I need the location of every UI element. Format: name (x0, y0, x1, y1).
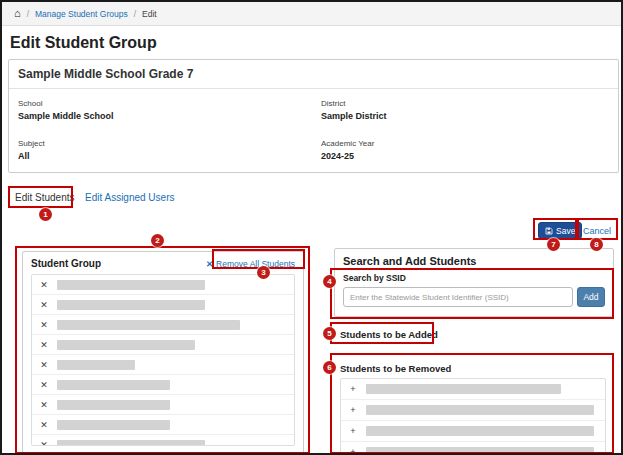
student-row: ✕ (32, 435, 294, 446)
group-name: Sample Middle School Grade 7 (9, 60, 618, 89)
field-academic-year: Academic Year 2024-25 (321, 139, 374, 161)
student-row: + (341, 400, 605, 421)
save-button[interactable]: Save (538, 222, 582, 239)
remove-student-icon[interactable]: ✕ (40, 420, 48, 430)
redacted-student-name (366, 405, 594, 415)
student-group-panel-title: Student Group (31, 258, 101, 269)
student-group-list: ✕✕✕✕✕✕✕✕✕✕ (31, 274, 295, 446)
annotation-badge-1: 1 (39, 208, 52, 221)
students-to-be-removed-list: ++++ (340, 378, 606, 455)
search-and-add-panel: Search and Add Students Search by SSID A… (334, 248, 614, 317)
remove-student-icon[interactable]: ✕ (40, 360, 48, 370)
student-row: ✕ (32, 315, 294, 335)
tab-edit-students[interactable]: Edit Students (15, 192, 74, 203)
student-row: ✕ (32, 335, 294, 355)
home-icon[interactable]: ⌂ (14, 8, 21, 19)
redacted-student-name (57, 400, 170, 410)
redacted-student-name (57, 420, 170, 430)
field-value: All (18, 151, 45, 161)
annotation-badge-5: 5 (323, 327, 336, 340)
search-by-ssid-section: Search by SSID Add (335, 271, 613, 316)
annotation-badge-2: 2 (151, 234, 164, 247)
remove-student-icon[interactable]: ✕ (40, 440, 48, 447)
redacted-student-name (366, 426, 594, 436)
page-title: Edit Student Group (10, 34, 157, 52)
remove-student-icon[interactable]: ✕ (40, 320, 48, 330)
student-group-card: Sample Middle School Grade 7 School Samp… (8, 59, 619, 173)
remove-all-x-icon: ✕ (206, 259, 213, 269)
student-row: + (341, 421, 605, 442)
student-row: ✕ (32, 395, 294, 415)
remove-all-students-label: Remove All Students (216, 259, 295, 269)
students-to-be-removed-title: Students to be Removed (340, 363, 451, 374)
student-row: ✕ (32, 275, 294, 295)
redacted-student-name (57, 340, 195, 350)
field-school: School Sample Middle School (18, 99, 114, 121)
ssid-search-input[interactable] (343, 287, 573, 307)
search-by-ssid-label: Search by SSID (343, 273, 605, 283)
remove-student-icon[interactable]: ✕ (40, 380, 48, 390)
students-to-be-added-title: Students to be Added (340, 329, 438, 340)
group-details: School Sample Middle School District Sam… (9, 89, 618, 175)
redacted-student-name (57, 320, 240, 330)
student-row: ✕ (32, 415, 294, 435)
save-icon (545, 227, 553, 235)
field-value: Sample District (321, 111, 387, 121)
field-district: District Sample District (321, 99, 387, 121)
save-button-label: Save (556, 226, 575, 236)
redacted-student-name (57, 380, 170, 390)
add-button[interactable]: Add (577, 287, 605, 307)
student-group-panel-header: Student Group ✕ Remove All Students (23, 252, 303, 274)
field-value: Sample Middle School (18, 111, 114, 121)
field-value: 2024-25 (321, 151, 374, 161)
field-label: School (18, 99, 114, 108)
redacted-student-name (366, 447, 594, 455)
breadcrumb-edit: Edit (142, 9, 157, 19)
add-back-student-icon[interactable]: + (349, 426, 357, 436)
redacted-student-name (366, 384, 561, 394)
search-and-add-title: Search and Add Students (335, 249, 613, 271)
field-label: District (321, 99, 387, 108)
breadcrumb-manage-student-groups[interactable]: Manage Student Groups (35, 9, 128, 19)
breadcrumb: ⌂ / Manage Student Groups / Edit (2, 2, 621, 26)
tab-edit-assigned-users[interactable]: Edit Assigned Users (85, 192, 175, 203)
edit-student-group-screen: ⌂ / Manage Student Groups / Edit Edit St… (0, 0, 623, 455)
field-label: Subject (18, 139, 45, 148)
field-label: Academic Year (321, 139, 374, 148)
student-row: ✕ (32, 355, 294, 375)
student-row: ✕ (32, 295, 294, 315)
field-subject: Subject All (18, 139, 45, 161)
student-row: ✕ (32, 375, 294, 395)
remove-student-icon[interactable]: ✕ (40, 340, 48, 350)
student-row: + (341, 379, 605, 400)
student-group-panel: Student Group ✕ Remove All Students ✕✕✕✕… (22, 251, 304, 455)
remove-student-icon[interactable]: ✕ (40, 400, 48, 410)
add-back-student-icon[interactable]: + (349, 405, 357, 415)
breadcrumb-separator: / (134, 9, 136, 19)
remove-student-icon[interactable]: ✕ (40, 300, 48, 310)
remove-all-students-button[interactable]: ✕ Remove All Students (206, 259, 295, 269)
redacted-student-name (57, 300, 205, 310)
redacted-student-name (57, 440, 205, 447)
remove-student-icon[interactable]: ✕ (40, 280, 48, 290)
cancel-button[interactable]: Cancel (583, 226, 611, 236)
annotation-badge-6: 6 (323, 361, 336, 374)
breadcrumb-separator: / (27, 9, 29, 19)
student-row: + (341, 442, 605, 455)
redacted-student-name (57, 360, 135, 370)
add-back-student-icon[interactable]: + (349, 447, 357, 455)
add-back-student-icon[interactable]: + (349, 384, 357, 394)
redacted-student-name (57, 280, 205, 290)
